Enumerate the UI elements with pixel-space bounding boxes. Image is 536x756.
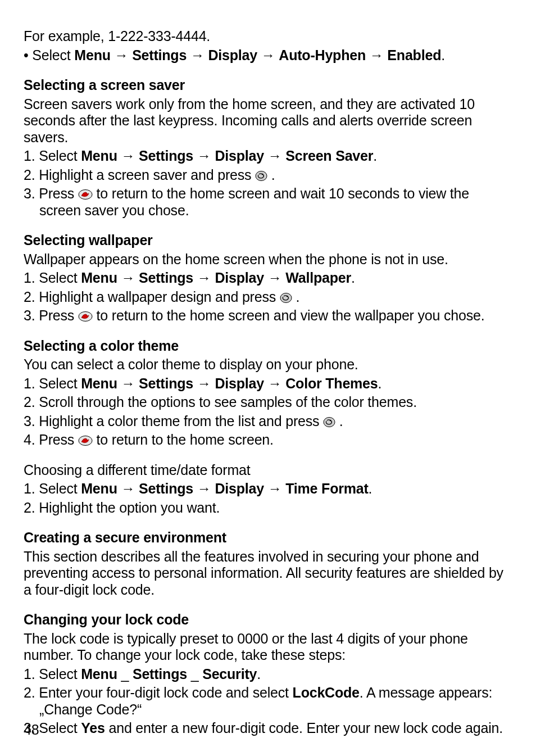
heading-lockcode: Changing your lock code	[24, 612, 512, 628]
arrow: →	[190, 47, 205, 63]
wallpaper-s1: 1. Select Menu → Settings → Display → Wa…	[24, 270, 512, 287]
intro-menu: Menu	[74, 47, 110, 63]
intro-line1: For example, 1-222-333-4444.	[24, 28, 512, 45]
ct-menu: Menu	[81, 375, 117, 391]
lc-sep1: _	[117, 666, 133, 682]
heading-wallpaper: Selecting wallpaper	[24, 232, 512, 249]
svg-point-10	[324, 417, 335, 427]
intro-autohyphen: Auto-Hyphen	[279, 47, 366, 63]
ct-s4a: 4. Press	[24, 432, 78, 447]
arrow: →	[121, 481, 135, 496]
intro-period: .	[441, 47, 445, 63]
colortheme-body: You can select a color theme to display …	[24, 356, 512, 373]
lc-settings: Settings	[133, 666, 187, 682]
arrow: →	[121, 270, 135, 286]
arrow: →	[121, 375, 135, 391]
arrow: →	[370, 47, 384, 63]
ok-key-icon	[280, 292, 292, 304]
s1-prefix: 1. Select	[24, 148, 81, 164]
svg-point-6	[286, 295, 288, 297]
wp-settings: Settings	[139, 270, 193, 286]
heading-secure: Creating a secure environment	[24, 529, 512, 546]
period: .	[378, 375, 382, 391]
lc-sep2: _	[187, 666, 202, 682]
wallpaper-s3: 3. Press to return to the home screen an…	[24, 307, 512, 324]
ss-screensaver: Screen Saver	[285, 148, 373, 164]
ct-s4b: to return to the home screen.	[93, 432, 274, 447]
page-number: 48	[24, 722, 39, 739]
ct-s3a: 3. Highlight a color theme from the list…	[24, 413, 323, 429]
ss-s3a: 3. Press	[24, 185, 78, 201]
ss-display: Display	[215, 148, 264, 164]
heading-screensaver: Selecting a screen saver	[24, 77, 512, 94]
td-menu: Menu	[81, 481, 117, 496]
ss-s2b: .	[267, 167, 275, 183]
ok-key-icon	[255, 170, 267, 182]
ss-menu: Menu	[81, 148, 117, 164]
screensaver-s3: 3. Press to return to the home screen an…	[24, 185, 512, 219]
heading-colortheme: Selecting a color theme	[24, 338, 512, 355]
wp-wallpaper: Wallpaper	[285, 270, 351, 286]
wp-s3a: 3. Press	[24, 307, 78, 323]
ct-s3b: .	[335, 413, 343, 429]
screensaver-body: Screen savers work only from the home sc…	[24, 96, 512, 146]
manual-page: For example, 1-222-333-4444. • Select Me…	[0, 0, 536, 756]
lc-yes: Yes	[81, 720, 105, 736]
arrow: →	[197, 148, 211, 164]
ss-s3b: to return to the home screen and wait 10…	[39, 185, 469, 218]
arrow: →	[268, 148, 282, 164]
secure-body: This section describes all the features …	[24, 549, 512, 599]
intro-bullet-prefix: • Select	[24, 47, 74, 63]
end-key-icon	[78, 435, 93, 446]
intro-bullet: • Select Menu → Settings → Display → Aut…	[24, 47, 512, 64]
lc-menu: Menu	[81, 666, 117, 682]
period: .	[257, 666, 261, 682]
period: .	[369, 481, 373, 496]
ct-colorthemes: Color Themes	[285, 375, 378, 391]
end-key-icon	[78, 189, 93, 200]
lc-s1-prefix: 1. Select	[24, 666, 81, 682]
intro-enabled: Enabled	[387, 47, 441, 63]
svg-point-0	[256, 171, 267, 180]
wallpaper-body: Wallpaper appears on the home screen whe…	[24, 251, 512, 268]
timedate-s1: 1. Select Menu → Settings → Display → Ti…	[24, 481, 512, 497]
arrow: →	[268, 375, 282, 391]
wp-s2b: .	[292, 289, 300, 305]
lc-s2a: 2. Enter your four-digit lock code and s…	[24, 685, 293, 700]
ct-s1-prefix: 1. Select	[24, 375, 81, 391]
ss-s2a: 2. Highlight a screen saver and press	[24, 167, 255, 183]
lockcode-body: The lock code is typically preset to 000…	[24, 631, 512, 664]
lockcode-s3: 3. Select Yes and enter a new four-digit…	[24, 720, 512, 737]
wp-s2a: 2. Highlight a wallpaper design and pres…	[24, 289, 280, 305]
ct-display: Display	[215, 375, 264, 391]
arrow: →	[268, 270, 282, 286]
ok-key-icon	[323, 417, 335, 428]
intro-settings: Settings	[132, 47, 187, 63]
svg-point-1	[262, 173, 264, 175]
arrow: →	[197, 481, 211, 496]
wp-display: Display	[215, 270, 264, 286]
colortheme-s1: 1. Select Menu → Settings → Display → Co…	[24, 375, 512, 392]
svg-point-5	[280, 293, 292, 302]
td-timeformat: Time Format	[285, 481, 368, 496]
colortheme-s2: 2. Scroll through the options to see sam…	[24, 394, 512, 411]
td-display: Display	[215, 481, 264, 496]
arrow: →	[261, 47, 275, 63]
wallpaper-s2: 2. Highlight a wallpaper design and pres…	[24, 289, 512, 306]
arrow: →	[115, 47, 129, 63]
td-s1-prefix: 1. Select	[24, 481, 81, 496]
wp-s3b: to return to the home screen and view th…	[93, 307, 485, 323]
lc-lockcode: LockCode	[293, 685, 360, 700]
screensaver-s1: 1. Select Menu → Settings → Display → Sc…	[24, 148, 512, 165]
svg-line-3	[264, 176, 264, 176]
colortheme-s3: 3. Highlight a color theme from the list…	[24, 413, 512, 430]
heading-timedate: Choosing a different time/date format	[24, 462, 512, 479]
svg-line-8	[288, 298, 289, 298]
wp-s1-prefix: 1. Select	[24, 270, 81, 286]
svg-point-11	[330, 419, 331, 421]
end-key-icon	[78, 311, 93, 322]
ss-settings: Settings	[139, 148, 193, 164]
period: .	[373, 148, 377, 164]
lc-s3b: and enter a new four-digit code. Enter y…	[105, 720, 503, 736]
arrow: →	[268, 481, 282, 496]
